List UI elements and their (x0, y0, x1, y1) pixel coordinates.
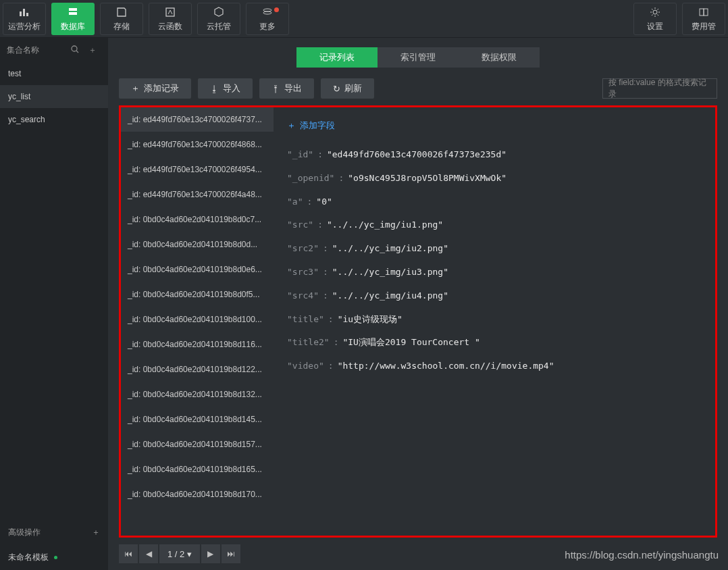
svg-rect-3 (69, 8, 77, 11)
field-value: "../../yc_img/iu1.png" (327, 219, 443, 230)
nav-storage[interactable]: 存储 (100, 3, 143, 35)
database-icon (67, 6, 79, 18)
export-button[interactable]: ⭱导出 (259, 78, 314, 99)
record-item[interactable]: _id: 0bd0c4ad60e2d041019b8d0d... (121, 232, 274, 257)
sidebar-item-yc_list[interactable]: yc_list (0, 85, 108, 108)
stack-icon (261, 6, 274, 18)
record-item[interactable]: _id: 0bd0c4ad60e2d041019b8d0c7... (121, 207, 274, 232)
field-key: "title2" (287, 337, 330, 347)
field-key: "src4" (287, 290, 319, 301)
record-item[interactable]: _id: 0bd0c4ad60e2d041019b8d122... (121, 357, 274, 382)
sidebar-item-test[interactable]: test (0, 62, 108, 85)
prev-page-button[interactable]: ◀ (139, 544, 158, 563)
svg-rect-0 (20, 11, 22, 16)
nav-label: 运营分析 (8, 21, 41, 32)
add-icon[interactable]: ＋ (92, 527, 100, 538)
record-item[interactable]: _id: 0bd0c4ad60e2d041019b8d116... (121, 332, 274, 357)
first-page-button[interactable]: ⏮ (119, 544, 138, 563)
search-icon[interactable] (66, 45, 84, 56)
svg-rect-2 (26, 13, 28, 16)
field-value: "../../yc_img/iu3.png" (332, 267, 448, 277)
record-item[interactable]: _id: 0bd0c4ad60e2d041019b8d170... (121, 482, 274, 507)
record-item[interactable]: _id: 0bd0c4ad60e2d041019b8d0e6... (121, 257, 274, 282)
svg-rect-5 (166, 8, 174, 16)
record-item[interactable]: _id: 0bd0c4ad60e2d041019b8d100... (121, 307, 274, 332)
record-detail: ＋添加字段 "_id":"ed449fd760e13c4700026f47373… (274, 107, 715, 536)
upload-icon: ⭱ (271, 84, 280, 94)
field-key: "src" (287, 219, 313, 230)
tab-1[interactable]: 索引管理 (378, 47, 459, 68)
gear-icon (649, 6, 661, 18)
nav-analytics[interactable]: 运营分析 (3, 3, 46, 35)
svg-point-8 (653, 10, 657, 14)
field-key: "video" (287, 361, 324, 371)
field-row[interactable]: "title":"iu史诗级现场" (287, 313, 702, 327)
nav-label: 云函数 (158, 21, 182, 32)
sidebar-item-yc_search[interactable]: yc_search (0, 108, 108, 131)
tab-2[interactable]: 数据权限 (459, 47, 540, 68)
tabs: 记录列表索引管理数据权限 (108, 38, 728, 74)
field-row[interactable]: "_openid":"o9sNc495J8ropV5Ol8PMWivXMwOk" (287, 172, 702, 186)
save-icon (115, 6, 128, 18)
top-nav: 运营分析 数据库 存储 云函数 云托管 更多 设置 (0, 0, 728, 38)
sidebar: 集合名称 ＋ testyc_listyc_search 高级操作 ＋ 未命名模板 (0, 38, 108, 570)
field-key: "_id" (287, 149, 313, 159)
record-item[interactable]: _id: ed449fd760e13c4700026f4954... (121, 157, 274, 182)
add-field-button[interactable]: ＋添加字段 (287, 120, 702, 132)
field-row[interactable]: "src4":"../../yc_img/iu4.png" (287, 289, 702, 303)
field-value: "iu史诗级现场" (338, 314, 402, 324)
record-list: _id: ed449fd760e13c4700026f4737..._id: e… (121, 107, 274, 536)
field-row[interactable]: "src":"../../yc_img/iu1.png" (287, 218, 702, 232)
plus-icon: ＋ (131, 82, 140, 95)
last-page-button[interactable]: ⏭ (222, 544, 240, 563)
field-row[interactable]: "src2":"../../yc_img/iu2.png" (287, 242, 702, 256)
field-row[interactable]: "_id":"ed449fd760e13c4700026f47373e235d" (287, 148, 702, 162)
function-icon (164, 6, 176, 18)
record-item[interactable]: _id: 0bd0c4ad60e2d041019b8d165... (121, 457, 274, 482)
template-label: 未命名模板 (8, 552, 49, 563)
nav-label: 云托管 (207, 21, 231, 32)
nav-settings[interactable]: 设置 (633, 3, 677, 35)
nav-label: 设置 (647, 21, 663, 32)
svg-rect-9 (700, 9, 704, 16)
record-item[interactable]: _id: ed449fd760e13c4700026f4a48... (121, 182, 274, 207)
next-page-button[interactable]: ▶ (201, 544, 220, 563)
watermark: https://blog.csdn.net/yingshuangtu (565, 549, 719, 561)
template-item[interactable]: 未命名模板 (0, 545, 108, 570)
notification-dot (274, 7, 279, 12)
record-item[interactable]: _id: ed449fd760e13c4700026f4868... (121, 132, 274, 157)
svg-rect-4 (69, 12, 77, 15)
nav-label: 更多 (259, 21, 276, 32)
svg-point-7 (263, 11, 271, 14)
add-record-button[interactable]: ＋添加记录 (119, 78, 191, 99)
nav-billing[interactable]: 费用管 (682, 3, 725, 35)
field-row[interactable]: "video":"http://www.w3school.com.cn//i/m… (287, 359, 702, 373)
record-item[interactable]: _id: 0bd0c4ad60e2d041019b8d145... (121, 407, 274, 432)
field-key: "a" (287, 197, 303, 207)
field-value: "0" (316, 197, 332, 207)
status-dot (54, 556, 57, 559)
tab-0[interactable]: 记录列表 (296, 47, 378, 68)
record-item[interactable]: _id: ed449fd760e13c4700026f4737... (121, 107, 274, 132)
nav-label: 存储 (113, 21, 130, 32)
search-input[interactable]: 按 field:value 的格式搜索记录 (602, 78, 717, 99)
download-icon: ⭳ (210, 84, 219, 94)
field-row[interactable]: "title2":"IU演唱会2019 TourConcert " (287, 336, 702, 350)
field-value: "IU演唱会2019 TourConcert " (342, 337, 479, 347)
field-row[interactable]: "a":"0" (287, 195, 702, 209)
import-button[interactable]: ⭳导入 (198, 78, 253, 99)
nav-database[interactable]: 数据库 (51, 3, 95, 35)
chart-icon (18, 6, 30, 18)
field-row[interactable]: "src3":"../../yc_img/iu3.png" (287, 265, 702, 280)
nav-more[interactable]: 更多 (246, 3, 289, 35)
add-icon[interactable]: ＋ (84, 45, 101, 56)
record-item[interactable]: _id: 0bd0c4ad60e2d041019b8d0f5... (121, 282, 274, 307)
refresh-button[interactable]: ↻刷新 (321, 78, 374, 99)
field-value: "../../yc_img/iu2.png" (332, 243, 448, 253)
sidebar-title: 集合名称 (7, 45, 66, 56)
nav-cloudfn[interactable]: 云函数 (149, 3, 192, 35)
nav-cloudhost[interactable]: 云托管 (197, 3, 240, 35)
record-item[interactable]: _id: 0bd0c4ad60e2d041019b8d157... (121, 432, 274, 457)
record-item[interactable]: _id: 0bd0c4ad60e2d041019b8d132... (121, 382, 274, 407)
field-value: "http://www.w3school.com.cn//i/movie.mp4… (338, 361, 554, 371)
